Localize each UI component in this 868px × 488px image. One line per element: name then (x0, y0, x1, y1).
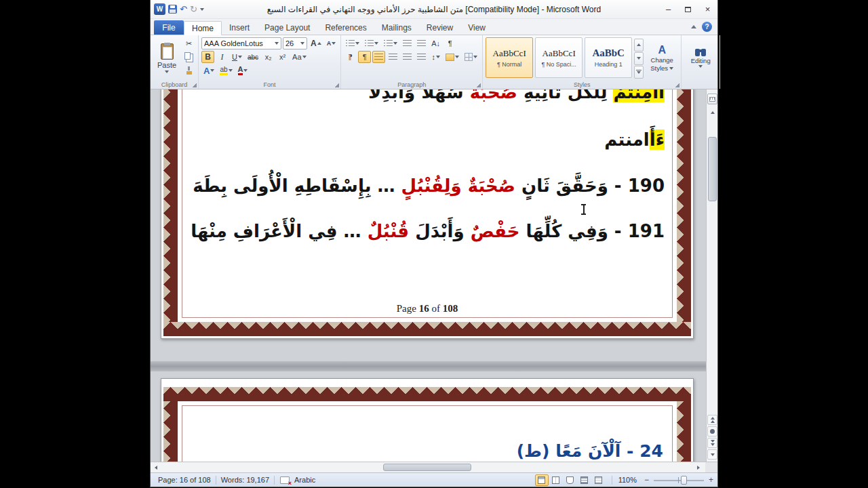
paste-button[interactable]: Paste (153, 37, 180, 79)
customize-qat-icon[interactable] (200, 8, 204, 11)
change-styles-button[interactable]: A Change Styles (646, 37, 678, 79)
bullets-button[interactable] (344, 37, 361, 49)
close-button[interactable]: × (698, 3, 717, 16)
previous-page-button[interactable] (707, 415, 717, 425)
draft-view-button[interactable] (592, 474, 606, 486)
bold-button[interactable]: B (201, 51, 214, 63)
maximize-button[interactable] (678, 3, 698, 16)
styles-gallery-up-button[interactable] (634, 39, 644, 52)
font-name-combo[interactable]: AAA GoldenLotus (201, 37, 281, 49)
paragraph-dialog-launcher[interactable] (476, 83, 481, 87)
minimize-button[interactable]: – (658, 3, 678, 16)
rtl-direction-button[interactable]: ¶ (358, 51, 371, 63)
text-highlight-button[interactable]: ab (218, 64, 234, 77)
status-word-count[interactable]: Words: 19,167 (216, 476, 274, 484)
strikethrough-button[interactable]: abc (245, 51, 260, 63)
align-left-button[interactable] (401, 51, 414, 63)
print-layout-view-button[interactable] (535, 474, 549, 486)
scroll-left-button[interactable] (151, 463, 161, 472)
styles-dialog-launcher[interactable] (675, 83, 679, 87)
grow-font-button[interactable]: A (309, 37, 323, 49)
increase-indent-button[interactable] (415, 37, 428, 49)
scroll-down-button[interactable] (707, 449, 717, 460)
change-case-button[interactable]: Aa (290, 51, 308, 63)
web-layout-view-button[interactable] (564, 474, 577, 486)
help-icon[interactable]: ? (702, 22, 712, 32)
horizontal-scroll-thumb[interactable] (383, 464, 471, 471)
show-paragraph-marks-button[interactable]: ¶ (443, 37, 456, 49)
style-card-no-spacing[interactable]: AaBbCcI ¶ No Spaci... (535, 37, 583, 78)
fullscreen-reading-view-button[interactable] (549, 474, 563, 486)
decrease-indent-button[interactable] (401, 37, 414, 49)
tab-insert[interactable]: Insert (222, 20, 257, 35)
word-app-icon[interactable]: W (154, 3, 165, 15)
document-canvas[interactable]: أَأَمِنتُمْ لِلْكُلِّ ثَانِيهِ صُحْبَةٌ … (151, 89, 717, 462)
clipboard-dialog-launcher[interactable] (192, 83, 197, 87)
line-spacing-button[interactable]: ↕ (429, 51, 442, 63)
copy-button[interactable] (182, 51, 195, 63)
font-color-button[interactable]: A (236, 64, 250, 77)
ruler-toggle-button[interactable] (707, 94, 717, 104)
styles-gallery-more-button[interactable] (634, 66, 644, 79)
save-icon[interactable] (168, 5, 177, 14)
scroll-right-button[interactable] (693, 463, 704, 472)
tab-mailings[interactable]: Mailings (374, 20, 419, 35)
format-painter-button[interactable] (182, 64, 195, 77)
tab-view[interactable]: View (460, 20, 493, 35)
proofing-status-icon[interactable]: × (280, 476, 290, 484)
zoom-in-button[interactable]: + (707, 475, 715, 485)
vertical-scroll-thumb[interactable] (708, 137, 717, 201)
document-page-17[interactable]: 24 - آلْآنَ مَعًا (ط) (161, 378, 694, 462)
font-size-combo[interactable]: 26 (283, 37, 307, 49)
outline-view-button[interactable] (578, 474, 591, 486)
justify-button[interactable] (415, 51, 428, 63)
styles-gallery-down-button[interactable] (634, 52, 644, 65)
next-page-button[interactable] (707, 438, 717, 448)
text-effects-button[interactable]: A (201, 64, 216, 77)
tab-references[interactable]: References (317, 20, 374, 35)
ribbon-tab-bar: File Home Insert Page Layout References … (151, 19, 717, 35)
cut-button[interactable]: ✂ (182, 37, 195, 49)
status-page-indicator[interactable]: Page: 16 of 108 (153, 476, 216, 484)
editing-button[interactable]: Editing (684, 37, 717, 79)
sort-button[interactable]: A↓ (429, 37, 442, 49)
ltr-direction-button[interactable]: ¶ (344, 51, 357, 63)
double-up-icon (711, 417, 715, 420)
tab-file[interactable]: File (154, 20, 184, 35)
scroll-up-button[interactable] (707, 107, 717, 117)
shading-button[interactable] (443, 51, 461, 63)
borders-button[interactable] (462, 51, 479, 63)
zoom-slider[interactable] (654, 475, 704, 485)
numbering-button[interactable] (363, 37, 380, 49)
font-dialog-launcher[interactable] (334, 83, 339, 87)
style-card-normal[interactable]: AaBbCcI ¶ Normal (486, 37, 533, 78)
zoom-level[interactable]: 110% (616, 476, 639, 484)
highlighted-text: ءَأَ (650, 129, 665, 150)
status-language[interactable]: Arabic (290, 476, 320, 484)
minimize-ribbon-icon[interactable] (691, 25, 696, 28)
vertical-scrollbar[interactable] (706, 89, 717, 462)
redo-icon[interactable]: ↻ (190, 5, 197, 14)
undo-icon[interactable]: ↶ (180, 5, 187, 14)
shrink-font-button[interactable]: A (325, 37, 338, 49)
page-text-area[interactable]: أَأَمِنتُمْ لِلْكُلِّ ثَانِيهِ صُحْبَةٌ … (189, 89, 666, 321)
title-bar[interactable]: W ↶ ↻ متن الشاطبية حرز الأماني ووجه الته… (151, 0, 717, 19)
multilevel-list-button[interactable] (382, 37, 399, 49)
style-card-heading1[interactable]: AaBbC Heading 1 (585, 37, 632, 78)
document-page-16[interactable]: أَأَمِنتُمْ لِلْكُلِّ ثَانِيهِ صُحْبَةٌ … (161, 89, 694, 339)
zoom-out-button[interactable]: − (643, 475, 650, 485)
superscript-button[interactable]: x² (276, 51, 289, 63)
tab-page-layout[interactable]: Page Layout (257, 20, 317, 35)
numbering-icon (365, 40, 374, 47)
verse-191: 191 - وَفِي كُلِّهَا حَفْصٌ وَأَبْدَلَ ق… (190, 216, 665, 247)
italic-button[interactable]: I (216, 51, 229, 63)
subscript-button[interactable]: x₂ (262, 51, 275, 63)
horizontal-scrollbar[interactable] (151, 462, 705, 472)
underline-button[interactable]: U (230, 51, 244, 63)
zoom-slider-thumb[interactable] (681, 476, 687, 485)
tab-home[interactable]: Home (184, 21, 222, 35)
tab-review[interactable]: Review (419, 20, 460, 35)
align-right-button[interactable] (372, 51, 385, 63)
align-center-button[interactable] (387, 51, 399, 63)
select-browse-object-button[interactable] (707, 426, 717, 436)
